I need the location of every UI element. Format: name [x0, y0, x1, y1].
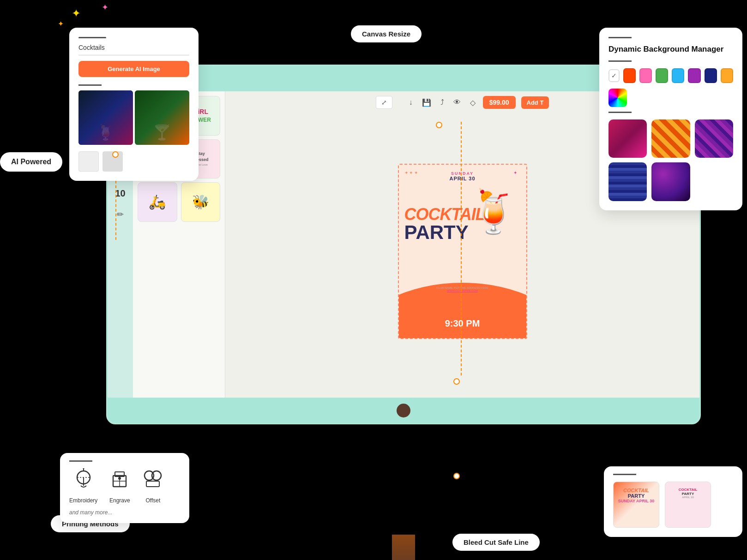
- poster-day: SUNDAY: [399, 171, 526, 176]
- ai-thumbnail-row: [78, 151, 189, 172]
- toolbar-download[interactable]: ↓: [407, 96, 415, 108]
- engrave-label: Engrave: [109, 497, 130, 504]
- printing-methods-panel: Embroidery Engrave: [60, 453, 189, 523]
- sticker-scooter[interactable]: 🛵: [138, 182, 177, 222]
- poster-date: APRIL 30: [399, 176, 526, 181]
- rts-divider: [613, 474, 636, 475]
- color-swatch-green[interactable]: [656, 68, 668, 83]
- poster-time: 9:30 PM: [399, 318, 526, 329]
- color-swatch-amber[interactable]: [721, 68, 733, 83]
- ai-images-divider: [78, 84, 102, 86]
- monitor-stand: [353, 535, 454, 560]
- ai-thumb-1[interactable]: [78, 151, 99, 172]
- bleed-cut-badge: Bleed Cut Safe Line: [452, 534, 540, 551]
- embroidery-icon: [72, 468, 95, 494]
- sparkle-pink-1: ✦: [102, 2, 108, 12]
- poster-cocktail-illustration: 🍹: [468, 188, 519, 236]
- dbm-divider2: [608, 60, 632, 62]
- poster-date-area: SUNDAY APRIL 30: [399, 171, 526, 181]
- toolbar-save[interactable]: 💾: [420, 96, 433, 109]
- toolbar-diamond[interactable]: ◇: [468, 96, 477, 109]
- sidebar-number[interactable]: 10: [115, 188, 125, 199]
- ai-images-grid: 🍹 🍸: [78, 90, 189, 145]
- gradient-picker[interactable]: [608, 89, 627, 107]
- price-button[interactable]: $99.00: [483, 96, 516, 109]
- dbm-divider3: [608, 112, 632, 113]
- ai-input-underline: [78, 55, 189, 55]
- color-swatch-blue[interactable]: [672, 68, 684, 83]
- offset-label: Offset: [145, 497, 160, 504]
- connector-circle-3: [453, 378, 460, 385]
- engrave-item: Engrave: [108, 468, 131, 504]
- toolbar-eye[interactable]: 👁: [452, 96, 463, 108]
- sticker-bee[interactable]: 🐝: [181, 182, 221, 222]
- ai-input-label: Cocktails: [78, 44, 189, 51]
- ai-powered-badge: AI Powered: [0, 152, 62, 172]
- svg-point-2: [83, 468, 84, 470]
- embroidery-label: Embroidery: [69, 497, 97, 504]
- color-swatch-orange[interactable]: [623, 68, 636, 83]
- poster-small-text: CLUB NAME, PUT THE ADDRESS HERE WWW.CLUB…: [404, 286, 521, 292]
- connector-circle-1: [112, 151, 119, 158]
- color-swatch-row: ✓: [608, 68, 733, 83]
- rts-thumbnail-2[interactable]: COCKTAIL PARTY APRIL 30: [665, 482, 711, 528]
- generate-ai-button[interactable]: Generate AI Image: [78, 61, 189, 77]
- connector-line-right: [461, 122, 462, 375]
- dbm-divider: [608, 37, 632, 38]
- dynamic-bg-manager-panel: Dynamic Background Manager ✓: [599, 28, 742, 210]
- texture-purple-stripe[interactable]: [695, 119, 733, 158]
- rts-thumbnail-1[interactable]: COCKTAIL PARTY SUNDAY APRIL 30: [613, 482, 659, 528]
- color-swatch-pink[interactable]: [639, 68, 652, 83]
- ai-panel-divider: [78, 37, 106, 38]
- offset-icon: [142, 468, 164, 494]
- texture-yellow[interactable]: [651, 119, 690, 158]
- texture-dark-stripe[interactable]: [608, 162, 647, 201]
- monitor-bottom-bar: [108, 398, 699, 423]
- stand-neck: [392, 535, 415, 560]
- ai-panel: Cocktails Generate AI Image 🍹 🍸: [69, 28, 199, 181]
- canvas-resize-badge: Canvas Resize: [351, 25, 422, 42]
- color-swatch-purple[interactable]: [688, 68, 700, 83]
- texture-purple-radial[interactable]: [651, 162, 690, 201]
- toolbar-expand[interactable]: ⤢: [376, 96, 392, 109]
- connector-circle-2: [436, 122, 442, 128]
- sparkle-gold-1: ✦: [72, 7, 81, 20]
- svg-point-9: [118, 477, 121, 480]
- rts-thumbnails: COCKTAIL PARTY SUNDAY APRIL 30 COCKTAIL …: [613, 482, 733, 528]
- ai-generated-image-2[interactable]: 🍸: [135, 90, 189, 145]
- engrave-icon: [108, 468, 131, 494]
- texture-pink[interactable]: [608, 119, 647, 158]
- sparkle-orange-1: ✦: [58, 19, 64, 28]
- offset-item: Offset: [142, 468, 164, 504]
- ready-to-sell-panel: COCKTAIL PARTY SUNDAY APRIL 30 COCKTAIL …: [604, 466, 742, 537]
- ai-generated-image-1[interactable]: 🍹: [78, 90, 133, 145]
- print-icons-row: Embroidery Engrave: [69, 468, 180, 504]
- toolbar-share[interactable]: ⤴: [439, 96, 446, 108]
- cocktail-poster: ✦ ✦ ✦ ✦ SUNDAY APRIL 30 🍹 COCKTAIL PARTY: [398, 164, 527, 339]
- svg-rect-12: [146, 481, 159, 487]
- print-more-text: and many more...: [69, 509, 180, 516]
- connector-circle-4: [453, 473, 460, 479]
- color-swatch-navy[interactable]: [705, 68, 717, 83]
- dbm-title: Dynamic Background Manager: [608, 45, 733, 54]
- print-divider: [69, 460, 92, 462]
- add-to-cart-button[interactable]: Add T: [521, 96, 549, 109]
- monitor-bottom-dot: [397, 404, 410, 417]
- bg-texture-grid: [608, 119, 733, 201]
- color-check[interactable]: ✓: [608, 69, 620, 82]
- embroidery-item: Embroidery: [69, 468, 97, 504]
